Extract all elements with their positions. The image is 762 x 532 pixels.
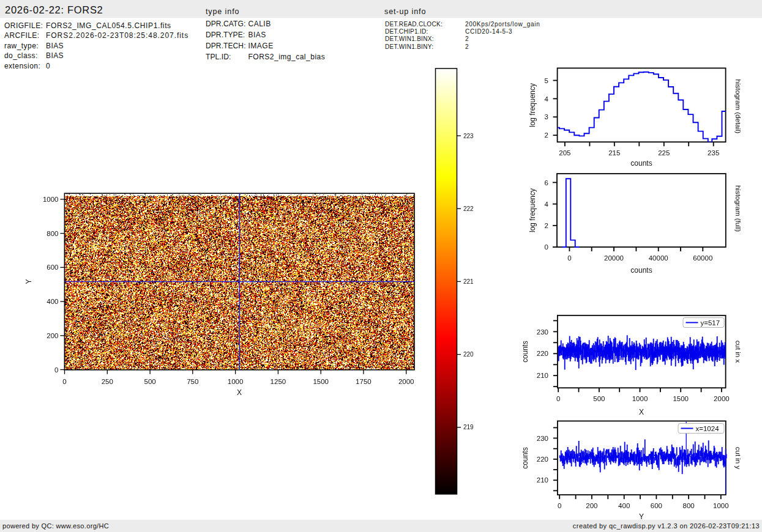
svg-text:1000: 1000 [632,395,648,402]
svg-text:0: 0 [567,254,571,262]
svg-text:40000: 40000 [649,254,668,262]
svg-text:220: 220 [537,350,548,357]
svg-text:2000: 2000 [714,395,730,402]
svg-text:210: 210 [537,372,548,379]
svg-text:counts: counts [630,159,652,168]
svg-text:400: 400 [47,298,58,305]
svg-text:6: 6 [545,179,548,187]
svg-text:223: 223 [463,133,474,139]
svg-text:y=517: y=517 [701,319,720,327]
svg-text:2000: 2000 [398,378,414,385]
svg-text:1000: 1000 [713,502,729,509]
svg-text:225: 225 [658,149,670,157]
svg-text:x=1024: x=1024 [696,425,720,432]
svg-text:800: 800 [683,502,695,509]
svg-text:750: 750 [187,378,198,385]
svg-text:222: 222 [463,205,474,212]
svg-text:215: 215 [608,149,620,157]
svg-text:220: 220 [537,456,548,463]
svg-text:X: X [237,388,242,397]
svg-text:0: 0 [556,395,560,402]
svg-text:235: 235 [708,149,719,157]
svg-text:205: 205 [559,149,570,157]
svg-text:20000: 20000 [604,254,624,262]
svg-text:counts: counts [630,266,652,275]
svg-text:60000: 60000 [693,254,712,262]
svg-text:230: 230 [537,435,548,442]
svg-text:1500: 1500 [313,378,329,385]
svg-text:3: 3 [545,113,548,120]
svg-text:250: 250 [102,378,113,385]
svg-text:Y: Y [24,279,33,284]
svg-text:200: 200 [47,332,58,339]
svg-text:cut in y: cut in y [734,447,742,470]
svg-text:221: 221 [463,278,474,285]
svg-text:400: 400 [618,502,630,509]
svg-text:0: 0 [558,502,561,509]
svg-text:1000: 1000 [228,378,244,385]
svg-text:500: 500 [593,395,605,402]
svg-text:219: 219 [463,424,474,430]
svg-text:800: 800 [47,230,58,237]
svg-text:log frequency: log frequency [528,188,537,232]
svg-text:1250: 1250 [271,378,286,385]
svg-text:0: 0 [545,243,548,251]
svg-text:histogram (full): histogram (full) [734,185,742,232]
svg-text:4: 4 [545,95,549,103]
svg-text:500: 500 [144,378,156,385]
svg-text:1000: 1000 [43,196,59,203]
svg-text:X: X [639,408,644,416]
svg-text:600: 600 [651,502,662,509]
svg-text:histogram (detail): histogram (detail) [734,79,742,134]
svg-text:log frequency: log frequency [528,83,537,127]
svg-text:5: 5 [545,77,548,84]
svg-text:210: 210 [537,476,548,484]
svg-text:230: 230 [537,328,548,336]
svg-text:counts: counts [521,447,529,468]
svg-text:cut in x: cut in x [734,341,742,363]
svg-text:220: 220 [463,351,474,358]
svg-text:1750: 1750 [356,378,372,385]
svg-text:counts: counts [521,341,529,362]
svg-text:0: 0 [62,378,66,385]
svg-text:1500: 1500 [673,395,689,402]
svg-text:2: 2 [545,131,548,139]
svg-text:600: 600 [47,264,58,271]
svg-text:200: 200 [586,502,597,509]
svg-text:4: 4 [545,201,549,208]
svg-text:0: 0 [54,366,58,374]
svg-text:2: 2 [545,222,548,229]
svg-text:Y: Y [639,512,644,521]
